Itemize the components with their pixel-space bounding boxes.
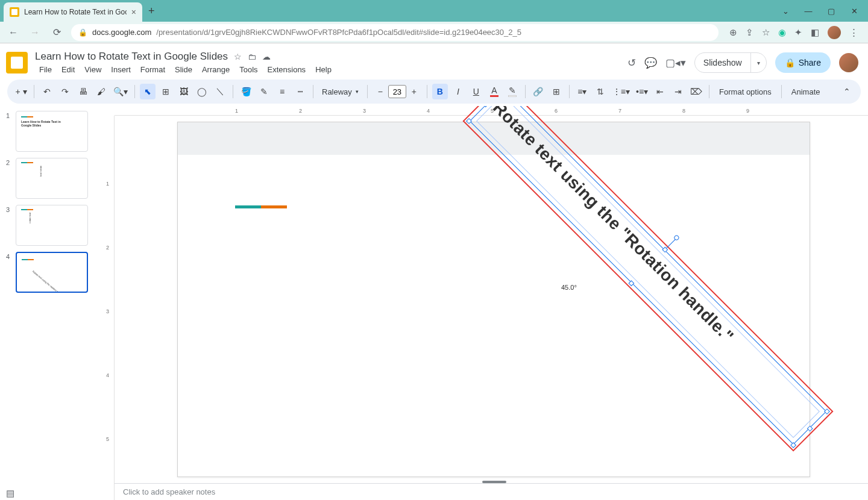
new-slide-button[interactable]: + ▾ xyxy=(13,84,29,99)
doc-title[interactable]: Learn How to Rotate Text in Google Slide… xyxy=(35,51,228,63)
maximize-button[interactable]: ▢ xyxy=(826,5,837,16)
collapse-toolbar-button[interactable]: ⌃ xyxy=(839,84,855,99)
sidepanel-icon[interactable]: ◧ xyxy=(811,27,819,38)
history-icon[interactable]: ↺ xyxy=(627,57,636,69)
line-tool[interactable]: ＼ xyxy=(212,84,228,99)
forward-button[interactable]: → xyxy=(28,25,42,40)
zoom-icon[interactable]: ⊕ xyxy=(729,27,737,38)
line-spacing-button[interactable]: ⇅ xyxy=(593,84,608,99)
slide-thumbnail-4[interactable]: Rotate text using the rotation handle xyxy=(16,252,88,293)
slide-thumbnail-3[interactable]: rotate text xyxy=(16,205,88,246)
tab-title: Learn How to Rotate Text in Goo xyxy=(24,8,127,16)
animate-button[interactable]: Animate xyxy=(787,87,825,96)
toolbar: + ▾ ↶ ↷ 🖶 🖌 🔍▾ ⬉ ⊞ 🖼 ◯ ＼ 🪣 ✎ ≡ ┉ Raleway… xyxy=(7,80,861,104)
url-input[interactable]: 🔒 docs.google.com/presentation/d/1grvE0g… xyxy=(71,24,719,41)
new-tab-button[interactable]: + xyxy=(148,5,155,17)
textbox-tool[interactable]: ⊞ xyxy=(158,84,174,99)
font-family-select[interactable]: Raleway▾ xyxy=(318,87,362,96)
print-button[interactable]: 🖶 xyxy=(75,84,91,99)
slides-logo[interactable] xyxy=(6,52,28,73)
font-size-increase[interactable]: + xyxy=(406,84,422,99)
indent-increase-button[interactable]: ⇥ xyxy=(670,84,686,99)
zoom-dropdown[interactable]: 🔍▾ xyxy=(112,84,130,99)
font-size-decrease[interactable]: − xyxy=(373,84,388,99)
speaker-notes[interactable]: Click to add speaker notes xyxy=(115,483,868,500)
editor-area: 1 2 3 4 5 6 7 8 9 1 2 3 4 5 xyxy=(102,106,868,500)
text-color-button[interactable]: A xyxy=(486,84,502,99)
vertical-ruler[interactable]: 1 2 3 4 5 xyxy=(102,116,115,500)
image-tool[interactable]: 🖼 xyxy=(176,84,192,99)
share-url-icon[interactable]: ⇪ xyxy=(746,27,753,38)
bulleted-list-button[interactable]: •≡▾ xyxy=(634,84,650,99)
font-size-input[interactable] xyxy=(388,85,406,98)
bold-button[interactable]: B xyxy=(432,84,448,99)
redo-button[interactable]: ↷ xyxy=(57,84,73,99)
format-options-button[interactable]: Format options xyxy=(714,87,776,96)
shape-tool[interactable]: ◯ xyxy=(194,84,210,99)
underline-button[interactable]: U xyxy=(468,84,484,99)
clear-formatting-button[interactable]: ⌦ xyxy=(688,84,704,99)
border-weight-button[interactable]: ≡ xyxy=(274,84,290,99)
menu-extensions[interactable]: Extensions xyxy=(263,64,310,75)
explore-icon[interactable]: ▤ xyxy=(6,488,14,499)
insert-link-button[interactable]: 🔗 xyxy=(530,84,546,99)
undo-button[interactable]: ↶ xyxy=(39,84,55,99)
highlight-color-button[interactable]: ✎ xyxy=(505,84,520,99)
slide-number: 1 xyxy=(6,111,12,152)
slides-favicon xyxy=(10,7,19,17)
video-call-icon[interactable]: ▢◂▾ xyxy=(665,57,686,69)
browser-tab[interactable]: Learn How to Rotate Text in Goo × xyxy=(4,2,142,22)
slide-thumbnail-1[interactable]: Learn How to Rotate Text inGoogle Slides xyxy=(16,111,88,152)
profile-avatar[interactable] xyxy=(828,26,841,39)
indent-decrease-button[interactable]: ⇤ xyxy=(652,84,668,99)
menu-tools[interactable]: Tools xyxy=(235,64,262,75)
rotation-angle-label: 45.0° xyxy=(561,284,577,291)
slide-canvas[interactable]: Rotate text using the "Rotation handle."… xyxy=(177,122,810,477)
menu-help[interactable]: Help xyxy=(311,64,336,75)
star-icon[interactable]: ☆ xyxy=(762,27,770,38)
menu-view[interactable]: View xyxy=(80,64,105,75)
numbered-list-button[interactable]: ⋮≡▾ xyxy=(611,84,632,99)
menu-arrange[interactable]: Arrange xyxy=(198,64,234,75)
menu-file[interactable]: File xyxy=(35,64,56,75)
doc-header: Learn How to Rotate Text in Google Slide… xyxy=(0,43,868,77)
italic-button[interactable]: I xyxy=(450,84,466,99)
chevron-down-icon[interactable]: ⌄ xyxy=(780,5,791,16)
account-avatar[interactable] xyxy=(839,53,858,72)
star-outline-icon[interactable]: ☆ xyxy=(234,52,242,61)
url-host: docs.google.com xyxy=(92,28,151,37)
back-button[interactable]: ← xyxy=(6,25,20,40)
close-window-button[interactable]: ✕ xyxy=(849,5,860,16)
menu-format[interactable]: Format xyxy=(136,64,169,75)
paint-format-button[interactable]: 🖌 xyxy=(93,84,109,99)
extensions-icon[interactable]: ✦ xyxy=(794,27,802,38)
slide-panel[interactable]: 1 Learn How to Rotate Text inGoogle Slid… xyxy=(0,106,102,500)
lock-icon: 🔒 xyxy=(785,58,795,67)
grammarly-icon[interactable]: ◉ xyxy=(778,27,786,38)
comments-icon[interactable]: 💬 xyxy=(644,57,657,69)
share-button[interactable]: 🔒 Share xyxy=(775,52,831,73)
menu-insert[interactable]: Insert xyxy=(107,64,135,75)
close-icon[interactable]: × xyxy=(131,7,136,17)
select-tool[interactable]: ⬉ xyxy=(140,84,156,99)
browser-titlebar: Learn How to Rotate Text in Goo × + ⌄ — … xyxy=(0,0,868,22)
canvas[interactable]: Rotate text using the "Rotation handle."… xyxy=(117,118,862,494)
reload-button[interactable]: ⟳ xyxy=(49,25,64,40)
cloud-saved-icon[interactable]: ☁ xyxy=(262,52,271,61)
menu-slide[interactable]: Slide xyxy=(171,64,197,75)
move-to-folder-icon[interactable]: 🗀 xyxy=(248,52,256,61)
minimize-button[interactable]: — xyxy=(803,5,814,16)
border-dash-button[interactable]: ┉ xyxy=(292,84,308,99)
insert-comment-button[interactable]: ⊞ xyxy=(549,84,564,99)
align-button[interactable]: ≡▾ xyxy=(574,84,590,99)
browser-addressbar: ← → ⟳ 🔒 docs.google.com/presentation/d/1… xyxy=(0,22,868,43)
fill-color-button[interactable]: 🪣 xyxy=(238,84,254,99)
selected-textbox[interactable]: Rotate text using the "Rotation handle." xyxy=(470,106,827,445)
kebab-menu-icon[interactable]: ⋮ xyxy=(849,27,858,38)
slideshow-button[interactable]: Slideshow xyxy=(695,53,750,72)
slide-thumbnail-2[interactable]: text rotate xyxy=(16,158,88,199)
textbox-content[interactable]: Rotate text using the "Rotation handle." xyxy=(480,106,817,434)
border-color-button[interactable]: ✎ xyxy=(256,84,272,99)
slideshow-dropdown[interactable]: ▾ xyxy=(750,53,766,72)
menu-edit[interactable]: Edit xyxy=(57,64,79,75)
